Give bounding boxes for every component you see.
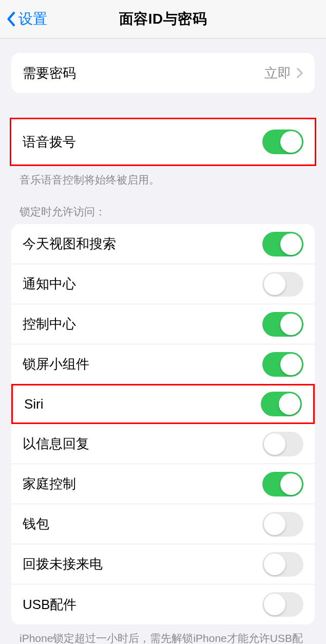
- back-chevron-icon: [6, 11, 15, 27]
- home-control-row: 家庭控制: [11, 464, 315, 504]
- lock-access-header: 锁定时允许访问：: [0, 205, 326, 224]
- voice-dial-toggle[interactable]: [262, 130, 303, 154]
- control-center-toggle[interactable]: [262, 312, 303, 337]
- usb-accessories-row: USB配件: [11, 584, 315, 624]
- voice-dial-label: 语音拨号: [23, 133, 76, 151]
- usb-accessories-label: USB配件: [23, 596, 76, 614]
- lock-screen-widgets-toggle[interactable]: [262, 352, 303, 377]
- today-view-toggle[interactable]: [262, 232, 303, 256]
- page-title: 面容ID与密码: [119, 9, 207, 29]
- home-control-label: 家庭控制: [23, 475, 76, 493]
- today-view-label: 今天视图和搜索: [23, 235, 116, 253]
- navigation-bar: 设置 面容ID与密码: [0, 0, 326, 39]
- siri-row: Siri: [11, 384, 315, 424]
- return-missed-calls-toggle[interactable]: [262, 552, 303, 577]
- require-passcode-group: 需要密码 立即: [11, 53, 315, 93]
- lock-screen-widgets-label: 锁屏小组件: [23, 355, 89, 373]
- siri-label: Siri: [24, 396, 44, 412]
- siri-toggle[interactable]: [261, 392, 302, 416]
- reply-with-message-row: 以信息回复: [11, 424, 315, 464]
- home-control-toggle[interactable]: [262, 472, 303, 496]
- wallet-label: 钱包: [23, 515, 49, 533]
- return-missed-calls-label: 回拨未接来电: [23, 555, 103, 573]
- voice-dial-group: 语音拨号: [11, 119, 315, 164]
- control-center-label: 控制中心: [23, 315, 76, 333]
- voice-dial-row: 语音拨号: [11, 119, 315, 164]
- back-label: 设置: [18, 9, 47, 29]
- require-passcode-label: 需要密码: [23, 64, 76, 82]
- usb-accessories-toggle[interactable]: [262, 592, 303, 617]
- require-passcode-row[interactable]: 需要密码 立即: [11, 53, 315, 93]
- notification-center-row: 通知中心: [11, 264, 315, 304]
- voice-dial-footer: 音乐语音控制将始终被启用。: [0, 166, 326, 187]
- control-center-row: 控制中心: [11, 304, 315, 344]
- back-button[interactable]: 设置: [6, 9, 47, 29]
- reply-with-message-label: 以信息回复: [23, 435, 89, 453]
- reply-with-message-toggle[interactable]: [262, 432, 303, 456]
- return-missed-calls-row: 回拨未接来电: [11, 544, 315, 584]
- voice-dial-highlight: 语音拨号: [10, 118, 316, 166]
- require-passcode-value: 立即: [264, 64, 291, 82]
- notification-center-toggle[interactable]: [262, 272, 303, 297]
- lock-screen-widgets-row: 锁屏小组件: [11, 344, 315, 384]
- wallet-toggle[interactable]: [262, 512, 303, 537]
- today-view-row: 今天视图和搜索: [11, 224, 315, 264]
- notification-center-label: 通知中心: [23, 275, 76, 293]
- usb-footer: iPhone锁定超过一小时后，需先解锁iPhone才能允许USB配件连接。: [0, 624, 326, 644]
- wallet-row: 钱包: [11, 504, 315, 544]
- chevron-right-icon: [296, 67, 303, 79]
- lock-access-group: 今天视图和搜索 通知中心 控制中心 锁屏小组件 Siri 以信息回复 家庭控制: [11, 224, 315, 624]
